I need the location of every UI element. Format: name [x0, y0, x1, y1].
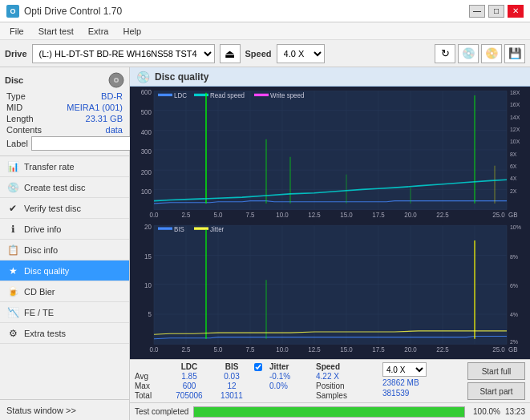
sidebar-item-label: Extra tests [24, 329, 66, 338]
drive-label: Drive [5, 49, 27, 59]
svg-text:10: 10 [144, 281, 152, 289]
titlebar-controls: — □ ✕ [469, 5, 524, 18]
svg-text:Jitter: Jitter [210, 225, 224, 233]
svg-text:0.0: 0.0 [149, 345, 158, 353]
disc-quality-title: Disc quality [155, 71, 208, 83]
menubar: File Start test Extra Help [0, 22, 530, 40]
svg-text:10X: 10X [510, 138, 520, 145]
drive-info-icon: ℹ [6, 223, 19, 236]
sidebar-item-disc-info[interactable]: 📋 Disc info [0, 240, 129, 260]
save-button[interactable]: 💾 [504, 44, 525, 63]
sidebar-item-label: Create test disc [24, 183, 85, 192]
right-stats: 4.0 X 23862 MB 381539 [382, 362, 427, 398]
svg-text:10%: 10% [510, 223, 521, 230]
sidebar-item-verify-test-disc[interactable]: ✔ Verify test disc [0, 198, 129, 219]
minimize-button[interactable]: — [469, 5, 485, 18]
disc-type-value: BD-R [101, 91, 123, 101]
eject-button[interactable]: ⏏ [220, 44, 241, 63]
stats-table: LDC BIS Jitter Speed Avg 1.85 0.03 -0.1%… [135, 362, 525, 400]
position-val: 23862 MB [382, 378, 427, 387]
charts-area: 600 500 400 300 200 100 18X 16X 14X 12X … [130, 87, 530, 359]
sidebar-item-fe-te[interactable]: 📉 FE / TE [0, 302, 129, 323]
svg-text:20.0: 20.0 [404, 345, 417, 353]
svg-text:17.5: 17.5 [372, 345, 385, 353]
sidebar-item-cd-bier[interactable]: 🍺 CD Bier [0, 281, 129, 302]
sidebar-item-extra-tests[interactable]: ⚙ Extra tests [0, 323, 129, 344]
start-buttons: Start full Start part [467, 362, 525, 400]
menu-file[interactable]: File [3, 25, 30, 38]
start-part-button[interactable]: Start part [467, 382, 525, 400]
svg-point-2 [115, 79, 118, 82]
svg-text:LDC: LDC [174, 91, 187, 99]
close-button[interactable]: ✕ [508, 5, 524, 18]
disc-mid-label: MID [6, 103, 22, 112]
svg-text:25.0: 25.0 [492, 211, 505, 219]
transfer-rate-icon: 📊 [6, 160, 19, 173]
svg-text:22.5: 22.5 [436, 211, 449, 219]
svg-text:Read speed: Read speed [210, 91, 245, 99]
svg-text:5.0: 5.0 [213, 345, 222, 353]
stats-bar: LDC BIS Jitter Speed Avg 1.85 0.03 -0.1%… [130, 359, 530, 402]
disc-action-btn1[interactable]: 💿 [458, 44, 479, 63]
titlebar: O Opti Drive Control 1.70 — □ ✕ [0, 0, 530, 22]
menu-extra[interactable]: Extra [82, 25, 115, 38]
menu-start-test[interactable]: Start test [32, 25, 80, 38]
disc-info-icon: 📋 [6, 244, 19, 256]
disc-action-btn2[interactable]: 📀 [481, 44, 502, 63]
jitter-max: 0.0% [269, 382, 314, 390]
disc-label-input[interactable] [31, 136, 138, 151]
svg-rect-39 [158, 94, 172, 96]
svg-text:4%: 4% [510, 311, 519, 318]
checkbox-jitter[interactable] [254, 363, 267, 371]
disc-quality-header: 💿 Disc quality [130, 67, 530, 87]
samples-label: Samples [316, 391, 376, 400]
svg-text:18X: 18X [510, 89, 520, 96]
svg-text:16X: 16X [510, 101, 520, 108]
sidebar-item-disc-quality[interactable]: ★ Disc quality [0, 260, 129, 281]
verify-test-disc-icon: ✔ [6, 202, 19, 215]
speed-select[interactable]: 4.0 X [277, 44, 325, 63]
menu-help[interactable]: Help [116, 25, 148, 38]
progress-percent: 100.0% [470, 407, 500, 416]
bis-header: BIS [212, 362, 252, 371]
create-test-disc-icon: 💿 [6, 181, 19, 194]
svg-text:12X: 12X [510, 126, 520, 133]
svg-text:15.0: 15.0 [340, 211, 353, 219]
svg-text:200: 200 [141, 168, 152, 176]
svg-text:100: 100 [141, 187, 152, 195]
jitter-avg: -0.1% [269, 372, 314, 381]
start-full-button[interactable]: Start full [467, 362, 525, 380]
svg-text:12.5: 12.5 [308, 345, 321, 353]
sidebar-item-transfer-rate[interactable]: 📊 Transfer rate [0, 156, 129, 177]
sidebar-item-label: CD Bier [24, 287, 55, 297]
disc-contents-value: data [106, 125, 123, 135]
drive-select[interactable]: (L:) HL-DT-ST BD-RE WH16NS58 TST4 [32, 44, 215, 63]
disc-panel-title: Disc [5, 75, 23, 85]
svg-text:300: 300 [141, 147, 152, 155]
ldc-header: LDC [169, 362, 209, 371]
main-content: 💿 Disc quality [130, 67, 530, 420]
svg-rect-64 [154, 225, 507, 344]
status-window-label: Status window >> [6, 406, 76, 415]
bis-total: 13011 [212, 391, 252, 400]
sidebar-item-label: Disc quality [24, 266, 69, 276]
refresh-button[interactable]: ↻ [435, 44, 455, 63]
sidebar-item-drive-info[interactable]: ℹ Drive info [0, 219, 129, 240]
disc-type-row: Type BD-R [5, 91, 124, 101]
speed-select-stats[interactable]: 4.0 X [382, 362, 427, 377]
sidebar-item-create-test-disc[interactable]: 💿 Create test disc [0, 177, 129, 198]
cd-bier-icon: 🍺 [6, 285, 19, 298]
svg-text:4X: 4X [510, 175, 517, 182]
maximize-button[interactable]: □ [488, 5, 504, 18]
app-icon: O [6, 5, 19, 18]
svg-text:10.0: 10.0 [276, 211, 289, 219]
progress-bar-inner [194, 407, 464, 417]
svg-text:2X: 2X [510, 187, 517, 194]
disc-mid-value: MEIRA1 (001) [67, 103, 123, 112]
svg-rect-93 [194, 227, 208, 229]
progress-section: Test completed 100.0% 13:23 [130, 402, 530, 420]
svg-text:600: 600 [141, 88, 152, 96]
speed-header: Speed [316, 362, 376, 371]
sidebar-item-label: Transfer rate [24, 162, 75, 172]
status-window-button[interactable]: Status window >> [0, 399, 129, 420]
